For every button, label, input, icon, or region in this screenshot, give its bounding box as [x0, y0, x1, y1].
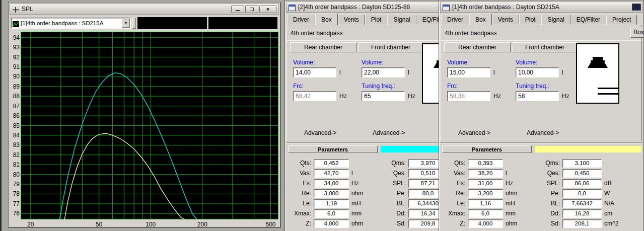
tab[interactable]: Box — [469, 14, 492, 25]
param-value[interactable]: 4,000 — [468, 219, 503, 228]
tab[interactable]: Signal — [387, 15, 416, 25]
minimize-button[interactable] — [231, 6, 244, 13]
box-tab-page: 4th order bandpass Box Rear chamber Volu… — [441, 25, 642, 141]
box-button[interactable]: Box — [630, 27, 644, 38]
rear-volume-input[interactable]: 15,00 — [447, 67, 490, 78]
param-value[interactable]: 4,000 — [314, 219, 349, 228]
minimize-icon — [236, 10, 240, 11]
rear-advanced-button[interactable]: Advanced-> — [304, 129, 336, 136]
parameter-row: Pe: 0,0 W — [539, 188, 618, 198]
spl-toolbar: [1]4th order bandpass : SD215A ▼ — [10, 15, 279, 31]
param-value[interactable]: 34,00 — [314, 179, 349, 188]
param-value[interactable]: 86,06 — [562, 179, 602, 188]
front-chamber-header[interactable]: Front chamber — [359, 42, 423, 52]
param-label: Re: — [290, 190, 311, 197]
rear-frc-input[interactable]: 68,42 — [293, 91, 336, 101]
param-value[interactable]: 16,28 — [562, 209, 602, 218]
param-value[interactable]: 208,1 — [562, 219, 602, 228]
param-value[interactable]: 6,0 — [314, 209, 349, 218]
parameter-row: Le: 1,16 mH — [444, 198, 517, 208]
param-unit: cm^2 — [604, 220, 618, 227]
rear-advanced-button[interactable]: Advanced-> — [458, 129, 490, 136]
front-chamber-header[interactable]: Front chamber — [513, 42, 577, 52]
y-axis-label: 92 — [10, 54, 20, 61]
volume-label: Volume: — [293, 59, 356, 66]
param-value[interactable]: 0,0 — [562, 189, 602, 198]
front-volume-input[interactable]: 22,00 — [362, 67, 405, 78]
screen-edge — [0, 0, 2, 231]
rear-frc-input[interactable]: 58,38 — [447, 91, 490, 101]
y-axis-label: 93 — [10, 44, 20, 51]
volume-label: Volume: — [516, 59, 577, 66]
project-icon — [13, 20, 19, 26]
tab[interactable]: Box — [315, 14, 338, 25]
volume-label: Volume: — [447, 59, 511, 66]
param-value[interactable]: 42,70 — [314, 169, 349, 178]
spl-plot-area: 9493929190898887868584838281807978777620… — [10, 31, 279, 227]
tab[interactable]: Driver — [287, 15, 315, 25]
param-value[interactable]: 0,450 — [562, 169, 602, 178]
param-value[interactable]: 31,00 — [468, 179, 503, 188]
front-advanced-button[interactable]: Advanced-> — [527, 129, 559, 136]
param-value[interactable]: 0,452 — [314, 159, 349, 168]
tab[interactable]: Plot — [519, 15, 542, 25]
project-1-titlebar[interactable]: [1]4th order bandpass : Dayton SD215A — [440, 2, 642, 13]
parameter-row: Sd: 208,1 cm^2 — [539, 218, 618, 228]
rear-volume-input[interactable]: 14,00 — [293, 67, 336, 78]
front-tuning-input[interactable]: 58 — [516, 91, 559, 101]
project-combo[interactable]: [1]4th order bandpass : SD215A ▼ — [11, 18, 131, 29]
param-value[interactable]: 38,20 — [468, 169, 503, 178]
param-value[interactable]: 1,16 — [468, 199, 503, 208]
parameter-row: Re: 3,200 ohm — [444, 188, 517, 198]
window-control-button[interactable] — [632, 4, 641, 11]
param-unit: l — [351, 170, 353, 177]
box-type-value[interactable]: 4th order bandpass — [445, 30, 496, 37]
maximize-button[interactable] — [245, 6, 258, 13]
param-label: Z: — [444, 220, 465, 227]
y-axis-label: 77 — [10, 200, 20, 207]
param-value[interactable]: 3,200 — [468, 189, 503, 198]
frc-label: Frc: — [293, 83, 356, 90]
tab[interactable]: Vents — [338, 15, 365, 25]
rear-chamber-header[interactable]: Rear chamber — [444, 42, 511, 52]
param-value[interactable]: 7,66342 — [562, 199, 602, 208]
param-value[interactable]: 1,19 — [314, 199, 349, 208]
parameter-row: Xmax: 6,0 mm — [290, 208, 363, 218]
parameters-left-column: Qts: 0,393 Vas: 38,20 l Fs: 31,00 Hz Re:… — [444, 158, 517, 228]
y-axis-label: 81 — [10, 161, 20, 168]
front-tuning-input[interactable]: 65 — [362, 91, 405, 101]
tab[interactable]: Signal — [541, 15, 570, 25]
param-value[interactable]: 3,100 — [562, 159, 602, 168]
window-icon — [443, 4, 450, 11]
param-unit: dB — [604, 180, 612, 187]
y-axis-label: 87 — [10, 103, 20, 110]
box-type-value[interactable]: 4th order bandpass — [291, 30, 342, 37]
tab[interactable]: Plot — [365, 15, 388, 25]
tab[interactable]: Vents — [492, 15, 519, 25]
maximize-icon — [250, 8, 254, 11]
tab[interactable]: EQ/Filter — [570, 15, 606, 25]
chevron-down-icon[interactable]: ▼ — [122, 19, 130, 28]
toolbar-splitter[interactable] — [132, 18, 136, 29]
param-label: Le: — [290, 200, 311, 207]
front-advanced-button[interactable]: Advanced-> — [373, 129, 405, 136]
window-title: SPL — [22, 6, 229, 13]
tab[interactable]: Project — [606, 15, 637, 25]
close-button[interactable]: × — [259, 6, 276, 13]
param-value[interactable]: 3,000 — [314, 189, 349, 198]
rear-chamber-header[interactable]: Rear chamber — [290, 42, 356, 52]
parameter-row: Qes: 0,450 — [539, 168, 618, 178]
spl-chart — [21, 32, 278, 219]
parameters-panel: Parameters Qts: 0,393 Vas: 38,20 l Fs: 3… — [440, 142, 642, 231]
param-value[interactable]: 0,393 — [468, 159, 503, 168]
param-label: Qms: — [385, 160, 406, 167]
front-chamber-group: Front chamber Volume: 22,00l Tuning freq… — [359, 42, 423, 138]
param-value[interactable]: 6,0 — [468, 209, 503, 218]
spl-titlebar[interactable]: SPL × — [10, 4, 279, 15]
parameter-row: Z: 4,000 ohm — [444, 218, 517, 228]
param-unit: mm — [506, 210, 516, 217]
tab[interactable]: Driver — [441, 15, 469, 25]
y-axis-label: 89 — [10, 83, 20, 90]
front-volume-input[interactable]: 10,00 — [516, 67, 559, 78]
y-axis-label: 83 — [10, 141, 20, 148]
